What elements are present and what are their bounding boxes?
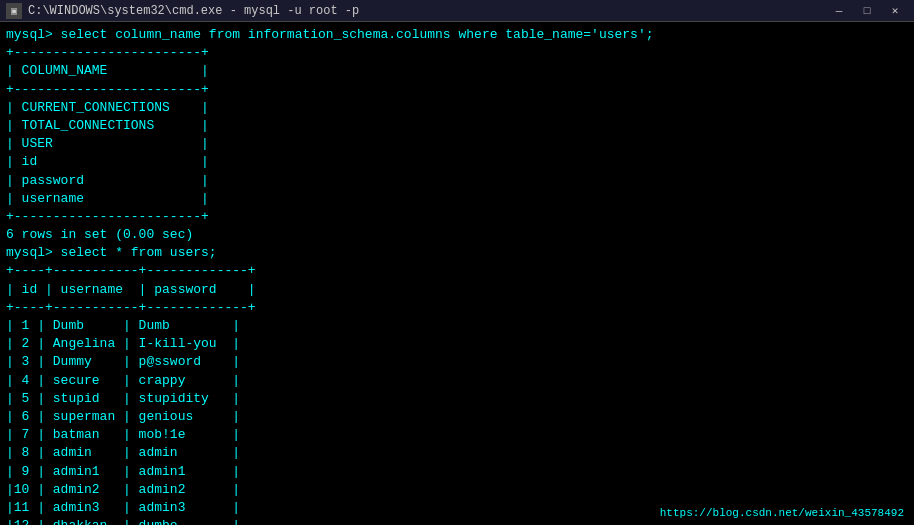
terminal-line: | 5 | stupid | stupidity | (6, 390, 908, 408)
window-controls[interactable]: — □ ✕ (826, 2, 908, 20)
terminal-line: | CURRENT_CONNECTIONS | (6, 99, 908, 117)
terminal-line: +------------------------+ (6, 44, 908, 62)
terminal-line: +------------------------+ (6, 81, 908, 99)
terminal-line: | username | (6, 190, 908, 208)
terminal-line: +------------------------+ (6, 208, 908, 226)
terminal-line: | 3 | Dummy | p@ssword | (6, 353, 908, 371)
app-icon: ▣ (6, 3, 22, 19)
window-title: C:\WINDOWS\system32\cmd.exe - mysql -u r… (28, 4, 359, 18)
terminal-line: | 4 | secure | crappy | (6, 372, 908, 390)
terminal-line: | 2 | Angelina | I-kill-you | (6, 335, 908, 353)
terminal-line: | 9 | admin1 | admin1 | (6, 463, 908, 481)
terminal-line: |10 | admin2 | admin2 | (6, 481, 908, 499)
close-button[interactable]: ✕ (882, 2, 908, 20)
terminal-line: +----+-----------+-------------+ (6, 262, 908, 280)
url-text: https://blog.csdn.net/weixin_43578492 (660, 507, 904, 519)
terminal-line: | password | (6, 172, 908, 190)
maximize-button[interactable]: □ (854, 2, 880, 20)
terminal-line: +----+-----------+-------------+ (6, 299, 908, 317)
terminal-line: | 6 | superman | genious | (6, 408, 908, 426)
terminal-line: 6 rows in set (0.00 sec) (6, 226, 908, 244)
terminal-line: mysql> select column_name from informati… (6, 26, 908, 44)
terminal-line: | 7 | batman | mob!1e | (6, 426, 908, 444)
terminal-line: | COLUMN_NAME | (6, 62, 908, 80)
minimize-button[interactable]: — (826, 2, 852, 20)
terminal-line: | TOTAL_CONNECTIONS | (6, 117, 908, 135)
terminal-line: | id | (6, 153, 908, 171)
titlebar: ▣ C:\WINDOWS\system32\cmd.exe - mysql -u… (0, 0, 914, 22)
terminal-line: mysql> select * from users; (6, 244, 908, 262)
terminal-line: | USER | (6, 135, 908, 153)
terminal-line: | 8 | admin | admin | (6, 444, 908, 462)
terminal-line: | 1 | Dumb | Dumb | (6, 317, 908, 335)
terminal-output: mysql> select column_name from informati… (0, 22, 914, 525)
terminal-line: | id | username | password | (6, 281, 908, 299)
titlebar-left: ▣ C:\WINDOWS\system32\cmd.exe - mysql -u… (6, 3, 359, 19)
